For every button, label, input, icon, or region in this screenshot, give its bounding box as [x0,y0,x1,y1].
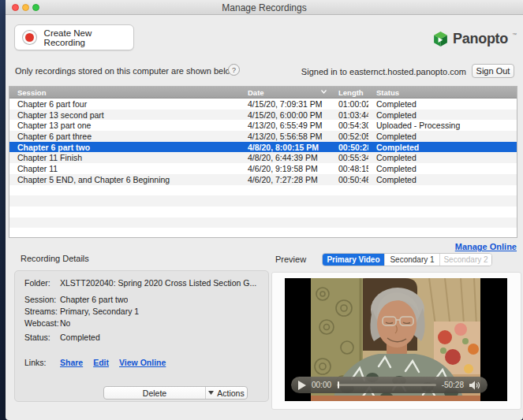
cell-status: Completed [368,163,517,174]
video-preview-card: 00:00 -50:28 [271,272,521,410]
share-link[interactable]: Share [60,358,83,367]
cell-length: 00:48:15 [331,163,368,174]
view-online-link[interactable]: View Online [119,358,166,367]
delete-button[interactable]: Delete [104,387,205,399]
edit-link[interactable]: Edit [93,358,109,367]
recordings-table: Session Date Length Status Chapter 6 par… [9,86,517,238]
create-new-recording-button[interactable]: Create New Recording [14,24,134,50]
detail-label: Streams: [24,307,60,316]
seek-bar[interactable] [337,384,436,386]
detail-label: Folder: [24,278,60,288]
column-header-status[interactable]: Status [368,87,517,98]
delete-actions-button-group: Delete Actions [103,386,248,400]
empty-row [9,217,517,229]
detail-value: Primary, Secondary 1 [60,307,139,316]
cell-length: 00:50:46 [331,174,368,185]
create-new-recording-label: Create New Recording [44,28,133,47]
cell-length: 00:50:28 [331,142,368,153]
panopto-wordmark: Panopto [453,31,508,47]
cell-status: Completed [368,98,517,110]
detail-folder: Folder: XLSTT202040: Spring 2020 Cross L… [15,278,268,288]
table-row[interactable]: Chapter 6 part three 4/13/20, 5:56:58 PM… [9,131,517,142]
links-label: Links: [24,358,46,367]
window-title: Manage Recordings [6,2,523,13]
table-row[interactable]: Chapter 5 END, and Chapter 6 Beginning 4… [9,174,517,185]
play-icon[interactable] [298,381,306,390]
trademark-mark: ™ [512,32,517,37]
cell-session: Chapter 6 part two [9,142,240,153]
detail-label: Session: [24,295,60,304]
cell-status: Uploaded - Processing [368,120,517,131]
desktop-background: { "window": { "title": "Manage Recording… [0,0,523,420]
cell-status: Completed [368,110,517,121]
actions-label: Actions [217,388,244,398]
detail-value: XLSTT202040: Spring 2020 Cross Listed Se… [60,278,256,288]
cell-date: 4/13/20, 5:56:58 PM [240,131,331,142]
tab-secondary-1[interactable]: Secondary 1 [384,254,439,266]
table-row[interactable]: Chapter 13 second part 4/15/20, 6:00:00 … [9,110,517,121]
manage-online-link[interactable]: Manage Online [455,242,517,251]
help-icon[interactable]: ? [228,64,240,76]
empty-row [9,228,517,238]
manage-recordings-window: Manage Recordings Create New Recording P… [6,0,523,420]
video-player-controls: 00:00 -50:28 [291,377,488,393]
detail-value: No [60,318,70,328]
cell-status: Completed [368,152,517,163]
cell-date: 4/13/20, 6:55:49 PM [240,120,331,131]
column-header-session[interactable]: Session [9,87,240,98]
cell-date: 4/15/20, 7:09:31 PM [240,98,331,110]
cell-session: Chapter 13 second part [9,110,240,121]
video-frame[interactable]: 00:00 -50:28 [285,278,507,401]
table-row[interactable]: Chapter 6 part four 4/15/20, 7:09:31 PM … [9,98,517,110]
detail-webcast: Webcast: No [15,318,268,328]
panopto-logo: Panopto ™ [432,31,517,47]
empty-row [9,195,517,206]
cell-session: Chapter 5 END, and Chapter 6 Beginning [9,174,240,185]
table-header: Session Date Length Status [9,87,517,98]
cell-session: Chapter 6 part four [9,98,240,110]
tab-secondary-2[interactable]: Secondary 2 [439,254,491,266]
table-row[interactable]: Chapter 11 Finish 4/8/20, 6:44:39 PM 00:… [9,152,517,163]
detail-status: Status: Completed [15,333,268,342]
actions-dropdown-button[interactable]: Actions [205,387,247,399]
elapsed-time: 00:00 [312,381,331,389]
table-row[interactable]: Chapter 13 part one 4/13/20, 6:55:49 PM … [9,120,517,131]
column-header-length[interactable]: Length [331,87,368,98]
title-bar[interactable]: Manage Recordings [6,0,523,15]
table-row-selected[interactable]: Chapter 6 part two 4/8/20, 8:00:15 PM 00… [9,142,517,153]
cell-length: 00:54:30 [331,120,368,131]
panopto-logo-icon [432,31,449,47]
signed-in-status: Signed in to easternct.hosted.panopto.co… [301,67,466,76]
record-icon [22,30,37,45]
empty-row [9,206,517,217]
cell-date: 4/6/20, 9:19:58 PM [240,163,331,174]
sign-out-button[interactable]: Sign Out [472,64,514,78]
detail-value: Completed [60,333,100,342]
column-header-date[interactable]: Date [240,87,331,98]
cell-date: 4/8/20, 6:44:39 PM [240,152,331,163]
tab-primary-video[interactable]: Primary Video [323,254,384,266]
cell-status: Completed [368,142,517,153]
table-row[interactable]: Chapter 11 4/6/20, 9:19:58 PM 00:48:15 C… [9,163,517,174]
detail-session: Session: Chapter 6 part two [15,295,268,304]
detail-label: Status: [24,333,60,342]
detail-label: Webcast: [24,318,60,328]
cell-length: 01:03:44 [331,110,368,121]
volume-icon[interactable] [469,381,480,390]
cell-session: Chapter 11 [9,163,240,174]
empty-row [9,185,517,196]
detail-streams: Streams: Primary, Secondary 1 [15,307,268,316]
cell-status: Completed [368,131,517,142]
dropdown-arrow-icon [208,391,214,395]
recording-details-panel: Folder: XLSTT202040: Spring 2020 Cross L… [14,270,269,402]
cell-status: Completed [368,174,517,185]
sort-descending-icon [321,90,327,94]
cell-length: 00:52:05 [331,131,368,142]
local-recordings-notice: Only recordings stored on this computer … [15,66,238,76]
recording-details-heading: Recording Details [21,254,89,263]
seek-handle[interactable] [338,381,339,388]
detail-value: Chapter 6 part two [60,295,128,304]
cell-length: 01:00:02 [331,98,368,110]
cell-session: Chapter 6 part three [9,131,240,142]
remaining-time: -50:28 [442,381,464,389]
